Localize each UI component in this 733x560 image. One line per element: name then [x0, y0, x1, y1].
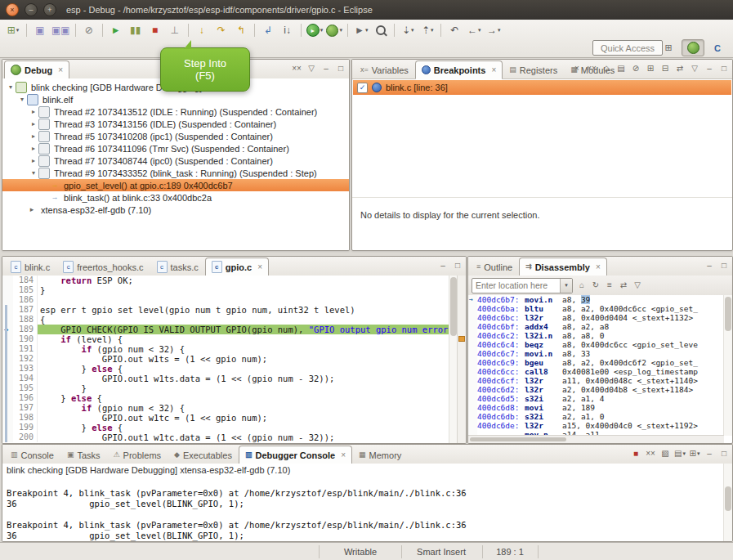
step-return-button[interactable]: ↰	[231, 22, 251, 38]
forward-button[interactable]: →▾	[484, 22, 503, 38]
tab-debugger-console[interactable]: ▥ Debugger Console ×	[239, 446, 352, 464]
minimize-button[interactable]: –	[25, 3, 38, 16]
disassembly-line[interactable]: 400dc6c2:l32i.na8, a8, 0	[468, 331, 724, 340]
maximize-button[interactable]: □	[718, 259, 730, 271]
tab-tasks[interactable]: ▣ Tasks	[60, 446, 107, 464]
debug-tree-item[interactable]: ▸xtensa-esp32-elf-gdb (7.10)	[2, 204, 349, 216]
open-perspective-button[interactable]: ⊞	[658, 40, 679, 56]
view-menu-button[interactable]: ▽	[632, 280, 643, 292]
console-vertical-scrollbar[interactable]	[723, 464, 732, 541]
link-with-debug-view-button[interactable]: ⇄	[674, 62, 686, 74]
minimize-button[interactable]: –	[704, 259, 715, 271]
tab-memory[interactable]: ▦ Memory	[352, 446, 408, 464]
scrollbar-thumb[interactable]	[450, 277, 457, 336]
maximize-button[interactable]: □	[718, 62, 730, 74]
debug-tree-item[interactable]: →gpio_set_level() at gpio.c:189 0x400dc6…	[2, 179, 349, 191]
debug-tree-item[interactable]: ▸Thread #7 1073408744 (ipc0) (Suspended …	[2, 155, 349, 167]
refresh-button[interactable]: ↻	[590, 280, 601, 292]
open-console-button[interactable]: ⊞▾	[689, 447, 700, 459]
new-wizard-button[interactable]: ⊞▾	[3, 22, 23, 38]
tab-console[interactable]: ▥ Console	[4, 446, 60, 464]
disassembly-line[interactable]: →400dc6b7:movi.na8, 39	[468, 295, 724, 304]
last-edit-location-button[interactable]: ↶	[445, 22, 464, 38]
location-combo[interactable]: Enter location here ▾	[472, 278, 573, 293]
disassembly-line[interactable]: 400dc6de:l32ra15, 0x400d04c0 <_stext+119…	[468, 421, 724, 430]
debug-perspective-button[interactable]	[682, 39, 704, 56]
display-selected-console-button[interactable]: ▤▾	[674, 447, 686, 459]
annotation-ruler[interactable]: →	[2, 325, 13, 334]
expand-arrow-icon[interactable]: ▸	[29, 145, 38, 152]
disassembly-line[interactable]: 400dc6d5:s32ia2, a1, 4	[468, 394, 724, 403]
save-all-button[interactable]: ▣▣	[50, 22, 72, 38]
close-button[interactable]: ×	[6, 3, 19, 16]
terminate-button[interactable]: ■	[145, 22, 165, 38]
resume-button[interactable]: ►	[106, 22, 126, 38]
tab-blink-c[interactable]: c blink.c	[4, 258, 56, 276]
annotation-ruler[interactable]	[2, 315, 13, 325]
overview-marker[interactable]	[458, 336, 465, 342]
run-button[interactable]: ►▾	[305, 22, 325, 38]
tab-freertos-hooks-c[interactable]: c freertos_hooks.c	[56, 258, 150, 276]
expand-arrow-icon[interactable]: ▸	[29, 120, 38, 128]
minimize-button[interactable]: –	[437, 259, 449, 271]
debug-tree-item[interactable]: ▸Thread #2 1073413512 (IDLE : Running) (…	[2, 105, 349, 118]
annotation-ruler[interactable]	[2, 432, 13, 442]
annotation-ruler[interactable]	[2, 305, 13, 315]
disassembly-line[interactable]: 400dc6c9:bgeua8, a2, 0x400dc6f2 <gpio_se…	[468, 358, 724, 367]
disassembly-line[interactable]: 400dc6db:s32ia2, a1, 0	[468, 412, 724, 421]
minimize-button[interactable]: –	[704, 447, 715, 459]
expand-arrow-icon[interactable]: ▸	[29, 108, 38, 115]
close-icon[interactable]: ×	[491, 65, 496, 74]
step-over-button[interactable]: ↷	[212, 22, 231, 38]
combo-dropdown-button[interactable]: ▾	[560, 279, 572, 293]
home-button[interactable]: ⌂	[576, 280, 588, 292]
annotation-ruler[interactable]	[2, 354, 13, 364]
disassembly-line[interactable]: 400dc6ba:bltua8, a2, 0x400dc6cc <gpio_se…	[468, 304, 724, 313]
cpp-perspective-button[interactable]: C	[707, 40, 728, 56]
annotation-ruler[interactable]	[2, 423, 13, 432]
tab-debug[interactable]: Debug ×	[4, 60, 69, 79]
debug-tree-item[interactable]: ▸Thread #3 1073413156 (IDLE) (Suspended …	[2, 118, 349, 130]
disassembly-line[interactable]: 400dc6bc:l32ra8, 0x400d0404 <_stext+1132…	[468, 313, 724, 322]
disassembly-vertical-scrollbar[interactable]	[723, 295, 732, 436]
annotation-ruler[interactable]	[2, 364, 13, 374]
tab-registers[interactable]: ▤ Registers	[503, 60, 564, 79]
maximize-button[interactable]: +	[43, 3, 56, 16]
back-button[interactable]: ←▾	[464, 22, 484, 38]
code-editor[interactable]: 184 return ESP_OK;185}186187esp_err_t gp…	[2, 276, 449, 443]
disconnect-button[interactable]: ⊥	[165, 22, 185, 38]
drop-to-frame-button[interactable]: ↲	[258, 22, 278, 38]
disassembly-line[interactable]: 400dc6bf:addx4a8, a2, a8	[468, 322, 724, 331]
search-button[interactable]	[371, 22, 391, 38]
annotation-ruler[interactable]	[2, 295, 13, 305]
next-annotation-button[interactable]: ⇣▾	[398, 22, 418, 38]
external-tools-button[interactable]: ►▾	[351, 22, 371, 38]
annotation-ruler[interactable]	[2, 403, 13, 413]
expand-arrow-icon[interactable]: ▸	[29, 157, 38, 164]
annotation-ruler[interactable]	[2, 276, 13, 285]
expand-all-button[interactable]: ⊞	[645, 62, 656, 74]
clear-console-button[interactable]: ▧	[659, 447, 671, 459]
close-icon[interactable]: ×	[58, 65, 63, 74]
scrollbar-thumb[interactable]	[725, 297, 731, 331]
quick-access-button[interactable]: Quick Access	[592, 40, 663, 56]
maximize-button[interactable]: □	[452, 259, 463, 271]
tab-outline[interactable]: ≡ Outline	[470, 258, 519, 276]
tab-disassembly[interactable]: ⇉ Disassembly ×	[519, 258, 607, 276]
show-source-button[interactable]: ≡	[604, 280, 615, 292]
maximize-button[interactable]: □	[718, 447, 730, 459]
previous-annotation-button[interactable]: ⇡▾	[418, 22, 437, 38]
debug-tree-item[interactable]: ▸Thread #6 1073411096 (Tmr Svc) (Suspend…	[2, 142, 349, 155]
debug-tree-item[interactable]: ▾Thread #9 1073433352 (blink_task : Runn…	[2, 167, 349, 179]
annotation-ruler[interactable]	[2, 374, 13, 383]
go-to-file-button[interactable]: ▤	[615, 62, 627, 74]
terminate-button[interactable]: ■	[630, 447, 641, 459]
annotation-ruler[interactable]	[2, 334, 13, 344]
tab-gpio-c[interactable]: c gpio.c ×	[205, 258, 269, 276]
instruction-stepping-button[interactable]: i↓	[278, 22, 297, 38]
debug-tree-item[interactable]: ▸Thread #5 1073410208 (ipc1) (Suspended …	[2, 130, 349, 142]
disassembly-line[interactable]: 400dc6cc:call80x40081e00 <esp_log_timest…	[468, 367, 724, 376]
disassembly-line[interactable]: 400dc6c4:beqza8, 0x400dc6cc <gpio_set_le…	[468, 340, 724, 349]
annotation-ruler[interactable]	[2, 413, 13, 423]
remove-all-terminated-button[interactable]: ××	[291, 62, 302, 74]
